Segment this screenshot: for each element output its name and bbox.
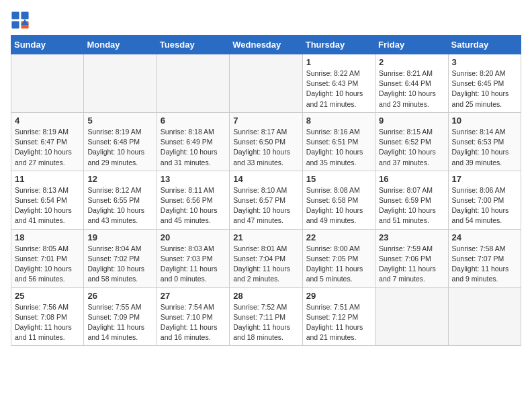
day-info: Sunrise: 8:19 AM Sunset: 6:47 PM Dayligh…: [15, 127, 80, 168]
day-info: Sunrise: 7:55 AM Sunset: 7:09 PM Dayligh…: [87, 302, 152, 343]
header-saturday: Saturday: [448, 36, 521, 54]
day-info: Sunrise: 7:56 AM Sunset: 7:08 PM Dayligh…: [15, 302, 80, 343]
day-number: 20: [161, 232, 226, 242]
day-info: Sunrise: 8:03 AM Sunset: 7:03 PM Dayligh…: [161, 244, 226, 285]
day-number: 29: [306, 291, 371, 301]
day-info: Sunrise: 8:17 AM Sunset: 6:50 PM Dayligh…: [233, 127, 298, 168]
day-number: 8: [306, 116, 371, 126]
day-cell: [375, 287, 448, 346]
day-number: 5: [87, 116, 152, 126]
day-number: 6: [161, 116, 226, 126]
day-info: Sunrise: 8:15 AM Sunset: 6:52 PM Dayligh…: [379, 127, 444, 168]
week-row-4: 25Sunrise: 7:56 AM Sunset: 7:08 PM Dayli…: [11, 287, 521, 346]
day-number: 23: [379, 232, 444, 242]
week-row-2: 11Sunrise: 8:13 AM Sunset: 6:54 PM Dayli…: [11, 171, 521, 229]
day-number: 17: [452, 174, 517, 184]
day-cell: [84, 54, 157, 113]
day-cell: 28Sunrise: 7:52 AM Sunset: 7:11 PM Dayli…: [230, 287, 302, 346]
logo-icon: [11, 11, 30, 30]
day-info: Sunrise: 8:13 AM Sunset: 6:54 PM Dayligh…: [15, 185, 80, 226]
day-cell: 16Sunrise: 8:07 AM Sunset: 6:59 PM Dayli…: [375, 171, 448, 229]
day-cell: 6Sunrise: 8:18 AM Sunset: 6:49 PM Daylig…: [157, 112, 229, 171]
day-number: 12: [87, 174, 152, 184]
day-info: Sunrise: 8:01 AM Sunset: 7:04 PM Dayligh…: [233, 244, 298, 285]
day-cell: 19Sunrise: 8:04 AM Sunset: 7:02 PM Dayli…: [84, 229, 157, 287]
header-row: SundayMondayTuesdayWednesdayThursdayFrid…: [11, 36, 521, 54]
day-cell: 7Sunrise: 8:17 AM Sunset: 6:50 PM Daylig…: [230, 112, 302, 171]
day-cell: 2Sunrise: 8:21 AM Sunset: 6:44 PM Daylig…: [375, 54, 448, 113]
day-cell: 11Sunrise: 8:13 AM Sunset: 6:54 PM Dayli…: [11, 171, 84, 229]
day-number: 2: [379, 57, 444, 67]
day-cell: 10Sunrise: 8:14 AM Sunset: 6:53 PM Dayli…: [448, 112, 521, 171]
day-number: 11: [15, 174, 80, 184]
day-cell: 23Sunrise: 7:59 AM Sunset: 7:06 PM Dayli…: [375, 229, 448, 287]
day-number: 16: [379, 174, 444, 184]
day-info: Sunrise: 8:20 AM Sunset: 6:45 PM Dayligh…: [452, 68, 517, 109]
day-cell: 25Sunrise: 7:56 AM Sunset: 7:08 PM Dayli…: [11, 287, 84, 346]
day-info: Sunrise: 8:12 AM Sunset: 6:55 PM Dayligh…: [87, 185, 152, 226]
day-cell: 20Sunrise: 8:03 AM Sunset: 7:03 PM Dayli…: [157, 229, 229, 287]
day-number: 19: [87, 232, 152, 242]
week-row-1: 4Sunrise: 8:19 AM Sunset: 6:47 PM Daylig…: [11, 112, 521, 171]
day-info: Sunrise: 8:00 AM Sunset: 7:05 PM Dayligh…: [306, 244, 371, 285]
day-cell: 8Sunrise: 8:16 AM Sunset: 6:51 PM Daylig…: [302, 112, 375, 171]
day-info: Sunrise: 8:05 AM Sunset: 7:01 PM Dayligh…: [15, 244, 80, 285]
day-cell: 21Sunrise: 8:01 AM Sunset: 7:04 PM Dayli…: [230, 229, 302, 287]
day-number: 25: [15, 291, 80, 301]
day-cell: 3Sunrise: 8:20 AM Sunset: 6:45 PM Daylig…: [448, 54, 521, 113]
day-number: 24: [452, 232, 517, 242]
day-number: 1: [306, 57, 371, 67]
day-cell: 17Sunrise: 8:06 AM Sunset: 7:00 PM Dayli…: [448, 171, 521, 229]
day-info: Sunrise: 8:07 AM Sunset: 6:59 PM Dayligh…: [379, 185, 444, 226]
day-cell: 26Sunrise: 7:55 AM Sunset: 7:09 PM Dayli…: [84, 287, 157, 346]
day-info: Sunrise: 8:16 AM Sunset: 6:51 PM Dayligh…: [306, 127, 371, 168]
day-cell: 13Sunrise: 8:11 AM Sunset: 6:56 PM Dayli…: [157, 171, 229, 229]
day-info: Sunrise: 7:51 AM Sunset: 7:12 PM Dayligh…: [306, 302, 371, 343]
day-cell: 18Sunrise: 8:05 AM Sunset: 7:01 PM Dayli…: [11, 229, 84, 287]
day-cell: 24Sunrise: 7:58 AM Sunset: 7:07 PM Dayli…: [448, 229, 521, 287]
day-cell: 14Sunrise: 8:10 AM Sunset: 6:57 PM Dayli…: [230, 171, 302, 229]
day-info: Sunrise: 8:14 AM Sunset: 6:53 PM Dayligh…: [452, 127, 517, 168]
day-info: Sunrise: 8:11 AM Sunset: 6:56 PM Dayligh…: [161, 185, 226, 226]
day-info: Sunrise: 7:54 AM Sunset: 7:10 PM Dayligh…: [161, 302, 226, 343]
day-cell: 22Sunrise: 8:00 AM Sunset: 7:05 PM Dayli…: [302, 229, 375, 287]
day-number: 26: [87, 291, 152, 301]
svg-rect-0: [11, 11, 19, 19]
day-number: 27: [161, 291, 226, 301]
day-info: Sunrise: 8:06 AM Sunset: 7:00 PM Dayligh…: [452, 185, 517, 226]
day-number: 4: [15, 116, 80, 126]
header-wednesday: Wednesday: [230, 36, 302, 54]
day-info: Sunrise: 8:21 AM Sunset: 6:44 PM Dayligh…: [379, 68, 444, 109]
day-number: 13: [161, 174, 226, 184]
day-number: 28: [233, 291, 298, 301]
header-tuesday: Tuesday: [157, 36, 229, 54]
day-cell: [11, 54, 84, 113]
day-number: 18: [15, 232, 80, 242]
svg-rect-2: [11, 21, 19, 28]
page-header: [11, 11, 521, 30]
day-cell: 15Sunrise: 8:08 AM Sunset: 6:58 PM Dayli…: [302, 171, 375, 229]
day-cell: 5Sunrise: 8:19 AM Sunset: 6:48 PM Daylig…: [84, 112, 157, 171]
day-cell: [157, 54, 229, 113]
day-info: Sunrise: 7:52 AM Sunset: 7:11 PM Dayligh…: [233, 302, 298, 343]
week-row-0: 1Sunrise: 8:22 AM Sunset: 6:43 PM Daylig…: [11, 54, 521, 113]
day-info: Sunrise: 8:04 AM Sunset: 7:02 PM Dayligh…: [87, 244, 152, 285]
day-cell: 4Sunrise: 8:19 AM Sunset: 6:47 PM Daylig…: [11, 112, 84, 171]
header-sunday: Sunday: [11, 36, 84, 54]
day-info: Sunrise: 8:08 AM Sunset: 6:58 PM Dayligh…: [306, 185, 371, 226]
day-info: Sunrise: 8:18 AM Sunset: 6:49 PM Dayligh…: [161, 127, 226, 168]
day-number: 7: [233, 116, 298, 126]
day-cell: [448, 287, 521, 346]
week-row-3: 18Sunrise: 8:05 AM Sunset: 7:01 PM Dayli…: [11, 229, 521, 287]
day-info: Sunrise: 8:10 AM Sunset: 6:57 PM Dayligh…: [233, 185, 298, 226]
day-number: 9: [379, 116, 444, 126]
day-info: Sunrise: 7:58 AM Sunset: 7:07 PM Dayligh…: [452, 244, 517, 285]
day-info: Sunrise: 8:22 AM Sunset: 6:43 PM Dayligh…: [306, 68, 371, 109]
header-monday: Monday: [84, 36, 157, 54]
calendar-table: SundayMondayTuesdayWednesdayThursdayFrid…: [11, 35, 521, 346]
day-info: Sunrise: 8:19 AM Sunset: 6:48 PM Dayligh…: [87, 127, 152, 168]
day-info: Sunrise: 7:59 AM Sunset: 7:06 PM Dayligh…: [379, 244, 444, 285]
header-thursday: Thursday: [302, 36, 375, 54]
day-cell: 1Sunrise: 8:22 AM Sunset: 6:43 PM Daylig…: [302, 54, 375, 113]
day-cell: [230, 54, 302, 113]
